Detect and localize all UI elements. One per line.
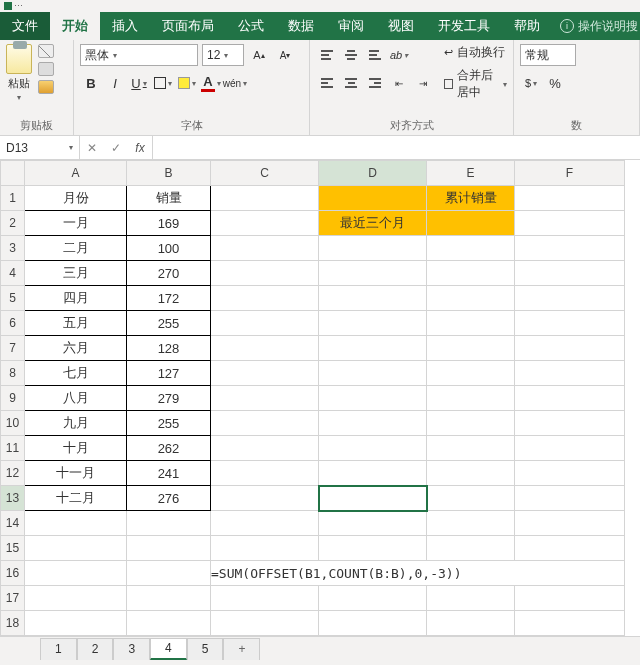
cell-D5[interactable] <box>319 286 427 311</box>
underline-button[interactable]: U <box>128 72 150 94</box>
cell-D7[interactable] <box>319 336 427 361</box>
row-header-5[interactable]: 5 <box>1 286 25 311</box>
cell-D2[interactable]: 最近三个月 <box>319 211 427 236</box>
cell-D6[interactable] <box>319 311 427 336</box>
align-right-icon[interactable] <box>364 72 386 94</box>
row-header-11[interactable]: 11 <box>1 436 25 461</box>
cell-C7[interactable] <box>211 336 319 361</box>
row-header-10[interactable]: 10 <box>1 411 25 436</box>
cancel-formula-icon[interactable]: ✕ <box>80 141 104 155</box>
col-header-C[interactable]: C <box>211 161 319 186</box>
cell-E10[interactable] <box>427 411 515 436</box>
cell-F1[interactable] <box>515 186 625 211</box>
cell-B18[interactable] <box>127 611 211 636</box>
tab-data[interactable]: 数据 <box>276 12 326 40</box>
cell-F5[interactable] <box>515 286 625 311</box>
cell-B13[interactable]: 276 <box>127 486 211 511</box>
increase-indent-icon[interactable]: ⇥ <box>412 72 434 94</box>
cell-F7[interactable] <box>515 336 625 361</box>
cell-C2[interactable] <box>211 211 319 236</box>
cell-C5[interactable] <box>211 286 319 311</box>
cell-B17[interactable] <box>127 586 211 611</box>
cell-C13[interactable] <box>211 486 319 511</box>
cell-A6[interactable]: 五月 <box>25 311 127 336</box>
font-name-combo[interactable]: 黑体▾ <box>80 44 198 66</box>
cell-D10[interactable] <box>319 411 427 436</box>
enter-formula-icon[interactable]: ✓ <box>104 141 128 155</box>
cell-C18[interactable] <box>211 611 319 636</box>
cell-E9[interactable] <box>427 386 515 411</box>
cell-E17[interactable] <box>427 586 515 611</box>
cell-C11[interactable] <box>211 436 319 461</box>
row-header-3[interactable]: 3 <box>1 236 25 261</box>
cell-F13[interactable] <box>515 486 625 511</box>
cell-D4[interactable] <box>319 261 427 286</box>
cell-C14[interactable] <box>211 511 319 536</box>
cell-D18[interactable] <box>319 611 427 636</box>
select-all-corner[interactable] <box>1 161 25 186</box>
border-button[interactable] <box>152 72 174 94</box>
cell-D17[interactable] <box>319 586 427 611</box>
cell-F11[interactable] <box>515 436 625 461</box>
col-header-D[interactable]: D <box>319 161 427 186</box>
cell-E4[interactable] <box>427 261 515 286</box>
cell-F8[interactable] <box>515 361 625 386</box>
cell-E8[interactable] <box>427 361 515 386</box>
cell-E15[interactable] <box>427 536 515 561</box>
font-color-button[interactable]: A <box>200 72 222 94</box>
phonetic-button[interactable]: wén <box>224 72 246 94</box>
cell-F2[interactable] <box>515 211 625 236</box>
cell-E7[interactable] <box>427 336 515 361</box>
cell-A2[interactable]: 一月 <box>25 211 127 236</box>
cell-A18[interactable] <box>25 611 127 636</box>
cell-C16[interactable]: =SUM(OFFSET(B1,COUNT(B:B),0,-3)) <box>211 561 625 586</box>
row-header-7[interactable]: 7 <box>1 336 25 361</box>
cell-A14[interactable] <box>25 511 127 536</box>
cell-B6[interactable]: 255 <box>127 311 211 336</box>
sheet-tab-3[interactable]: 3 <box>113 638 150 660</box>
col-header-E[interactable]: E <box>427 161 515 186</box>
tab-review[interactable]: 审阅 <box>326 12 376 40</box>
cell-D14[interactable] <box>319 511 427 536</box>
cell-C4[interactable] <box>211 261 319 286</box>
cell-A12[interactable]: 十一月 <box>25 461 127 486</box>
sheet-tab-5[interactable]: 5 <box>187 638 224 660</box>
cell-C6[interactable] <box>211 311 319 336</box>
cell-F3[interactable] <box>515 236 625 261</box>
cut-icon[interactable] <box>38 44 54 58</box>
formula-input[interactable] <box>153 136 640 159</box>
cell-D13[interactable] <box>319 486 427 511</box>
bold-button[interactable]: B <box>80 72 102 94</box>
cell-A17[interactable] <box>25 586 127 611</box>
cell-A9[interactable]: 八月 <box>25 386 127 411</box>
row-header-17[interactable]: 17 <box>1 586 25 611</box>
tell-me[interactable]: i 操作说明搜 <box>560 12 638 40</box>
font-size-combo[interactable]: 12▾ <box>202 44 244 66</box>
row-header-13[interactable]: 13 <box>1 486 25 511</box>
col-header-B[interactable]: B <box>127 161 211 186</box>
cell-A4[interactable]: 三月 <box>25 261 127 286</box>
row-header-8[interactable]: 8 <box>1 361 25 386</box>
cell-D15[interactable] <box>319 536 427 561</box>
align-top-icon[interactable] <box>316 44 338 66</box>
worksheet-area[interactable]: A B C D E F 1 月份 销量 累计销量 2 一月 169 最近三个月 … <box>0 160 640 636</box>
cell-A16[interactable] <box>25 561 127 586</box>
cell-A5[interactable]: 四月 <box>25 286 127 311</box>
align-middle-icon[interactable] <box>340 44 362 66</box>
sheet-tab-1[interactable]: 1 <box>40 638 77 660</box>
col-header-F[interactable]: F <box>515 161 625 186</box>
cell-E18[interactable] <box>427 611 515 636</box>
tab-insert[interactable]: 插入 <box>100 12 150 40</box>
paste-dropdown[interactable]: ▾ <box>17 93 21 102</box>
cell-B3[interactable]: 100 <box>127 236 211 261</box>
cell-A15[interactable] <box>25 536 127 561</box>
cell-E11[interactable] <box>427 436 515 461</box>
cell-C3[interactable] <box>211 236 319 261</box>
paste-icon[interactable] <box>6 44 32 74</box>
cell-B15[interactable] <box>127 536 211 561</box>
cell-E14[interactable] <box>427 511 515 536</box>
cell-E1[interactable]: 累计销量 <box>427 186 515 211</box>
cell-D12[interactable] <box>319 461 427 486</box>
cell-A1[interactable]: 月份 <box>25 186 127 211</box>
cell-D3[interactable] <box>319 236 427 261</box>
